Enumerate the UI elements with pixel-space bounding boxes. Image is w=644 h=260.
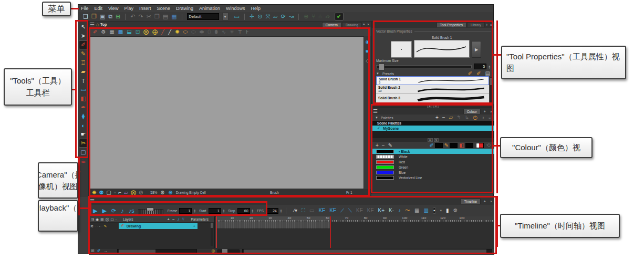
colour-swatch[interactable]: [376, 150, 394, 153]
paste-single-toggle[interactable]: ▪: [440, 208, 442, 213]
no-edit-icon[interactable]: ⊘: [139, 190, 143, 195]
menu-item[interactable]: View: [108, 6, 118, 11]
add-column-icon[interactable]: ⊦: [246, 29, 248, 35]
preset-menu-icon[interactable]: ▤: [485, 71, 490, 76]
open-scene-icon[interactable]: ❒: [91, 14, 97, 19]
onion-skin-icon[interactable]: ⬭: [183, 29, 188, 35]
paint-tool[interactable]: ◧: [79, 94, 88, 103]
onion-next-drawing-icon[interactable]: ⬬: [200, 29, 204, 35]
arrow-bottom-icon[interactable]: →: [103, 249, 107, 253]
tool-colour-swatch[interactable]: [435, 143, 443, 148]
colour-row[interactable]: Black: [372, 149, 494, 154]
sound-display-icon[interactable]: ▥: [424, 208, 429, 213]
preset-item[interactable]: Solid Brush 1 5: [376, 76, 489, 85]
gear-icon[interactable]: ⚙: [101, 29, 106, 35]
hamburger-menu-icon[interactable]: ☰: [90, 199, 95, 204]
dot1-icon[interactable]: ·: [95, 224, 96, 228]
render-view-icon[interactable]: ▢: [106, 190, 111, 195]
dropper-tool[interactable]: ⧫: [79, 112, 88, 121]
cut-icon[interactable]: ✂: [147, 14, 151, 19]
panel-tab[interactable]: Library: [467, 22, 485, 27]
dot2-icon[interactable]: ·: [97, 224, 98, 228]
timeline-ruler[interactable]: 102030405060708090100110120130: [216, 216, 494, 222]
prev-keyframe-icon[interactable]: KF: [356, 208, 363, 213]
colour-row[interactable]: Red: [372, 159, 494, 164]
transform-tool[interactable]: ➤: [79, 32, 88, 40]
menu-item[interactable]: Animation: [199, 6, 220, 11]
add-view-button[interactable]: +: [362, 23, 366, 26]
select-by-colour-tool[interactable]: ▢: [79, 148, 88, 157]
solo-icon[interactable]: ◻: [111, 217, 114, 221]
onion-prev-column-icon[interactable]: ⬯: [207, 29, 211, 35]
new-preset-icon[interactable]: ✐: [468, 71, 472, 76]
sound-button[interactable]: ♪: [121, 208, 124, 214]
stop-motion-keyframe-icon[interactable]: ⟍: [348, 208, 352, 213]
multiwheel-icon[interactable]: ✳: [230, 29, 234, 35]
panel-tab[interactable]: Tool Properties: [437, 22, 466, 27]
colour-swatch[interactable]: [376, 176, 394, 180]
delete-layer-icon[interactable]: −: [172, 217, 175, 222]
hamburger-menu-icon[interactable]: ☰: [90, 22, 95, 27]
lock-view-icon[interactable]: ⨂: [131, 190, 136, 195]
hand-view-icon[interactable]: ☛: [366, 49, 370, 54]
hidden-icon[interactable]: ▭: [309, 208, 314, 213]
sound-column-icon[interactable]: ♪: [398, 208, 401, 213]
add-view-button[interactable]: +: [483, 110, 487, 113]
add-layer-icon[interactable]: +: [167, 217, 170, 222]
order-up-icon[interactable]: ↰: [456, 115, 461, 120]
colour-row[interactable]: Blue: [372, 170, 494, 175]
reduce-exposure-icon[interactable]: K-: [389, 208, 394, 213]
view-tab[interactable]: Drawing: [342, 22, 362, 27]
fps-input[interactable]: 24: [266, 208, 278, 214]
add-keyframe-icon[interactable]: KF: [318, 208, 325, 213]
timeline-playhead[interactable]: [216, 216, 217, 248]
frames-hscrollbar[interactable]: [242, 249, 492, 254]
stroke-line-icon[interactable]: ╱: [168, 29, 171, 35]
tool-colour-swatch[interactable]: [450, 143, 458, 148]
colour-swatch[interactable]: [376, 165, 394, 169]
colour-swatch[interactable]: [376, 171, 394, 174]
menu-item[interactable]: Edit: [95, 6, 103, 11]
data-grid-icon[interactable]: ▦: [100, 217, 104, 221]
save-all-icon[interactable]: ⧉: [108, 14, 112, 19]
maximum-size-input[interactable]: 5: [474, 64, 486, 69]
thumbnail-icon[interactable]: ⛶: [302, 208, 305, 213]
redo-icon[interactable]: ↷: [138, 14, 143, 19]
add-parent-icon[interactable]: ⑂: [311, 14, 315, 19]
layer-pane-hscrollbar[interactable]: [117, 249, 197, 254]
show-workspace-icon[interactable]: ▭: [234, 14, 240, 19]
add-child-icon[interactable]: ⑃: [318, 14, 322, 19]
brush-colour-icon[interactable]: ✐: [429, 143, 433, 148]
hide-palette-icon[interactable]: ◑: [481, 115, 484, 120]
paste-bar-toggle[interactable]: ▮: [446, 208, 449, 213]
fps-stepper[interactable]: ▴▾: [281, 209, 282, 213]
colour-row[interactable]: Vectorized Line: [372, 175, 494, 180]
preset-item[interactable]: Solid Brush 3: [376, 94, 489, 103]
paste-all-toggle[interactable]: ▪: [433, 207, 436, 214]
timeline-zoom-slider[interactable]: [217, 249, 240, 253]
camera-viewport[interactable]: [90, 36, 364, 189]
add-view-button[interactable]: +: [483, 200, 487, 203]
motion-keyframe-icon[interactable]: ⟋: [340, 208, 344, 213]
dim-icon[interactable]: ▫: [115, 217, 116, 221]
light-table-icon[interactable]: ✺: [175, 29, 179, 35]
select-tool[interactable]: ↖: [79, 23, 88, 32]
zoom-reset-icon[interactable]: ◉: [366, 39, 370, 45]
palette-item[interactable]: ✓ MyScene: [372, 126, 494, 131]
outline-mode-icon[interactable]: ⌐: [118, 190, 121, 195]
timeline-tab[interactable]: Timeline: [460, 199, 480, 204]
add-peg-icon[interactable]: ⊕: [304, 14, 308, 19]
colour-row[interactable]: Green: [372, 164, 494, 170]
play-button[interactable]: ▶: [93, 208, 97, 214]
swap-colours-icon[interactable]: ⟲: [486, 143, 491, 148]
chevron-down-icon[interactable]: ▾: [222, 13, 228, 20]
maximum-size-stepper[interactable]: ▴▾: [489, 65, 490, 69]
slider-handle[interactable]: [379, 64, 385, 70]
magnifier-icon[interactable]: ◎: [211, 249, 215, 253]
safe-area-icon[interactable]: ⊡: [136, 29, 140, 35]
collapse-arrow-icon[interactable]: ▼: [376, 72, 379, 75]
colour-pencil-icon[interactable]: ✎: [103, 224, 107, 228]
add-view-button[interactable]: +: [485, 23, 489, 27]
save-icon[interactable]: ▣: [100, 14, 105, 19]
add-group-icon[interactable]: ⑂: [182, 217, 185, 222]
